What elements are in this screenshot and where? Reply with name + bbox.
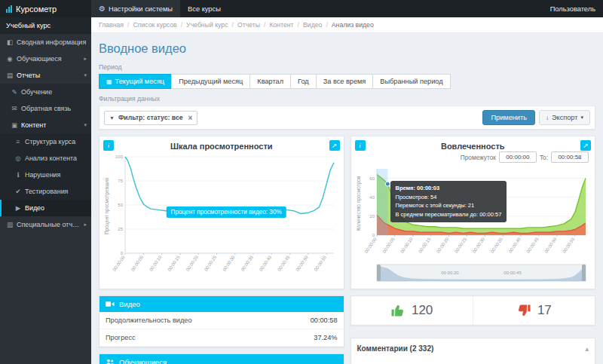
range-to-input[interactable]	[551, 151, 589, 163]
comments-title: Комментарии (2 332)	[357, 344, 434, 353]
duration-value: 00:00:58	[311, 317, 338, 324]
progress-value: 37.24%	[314, 334, 337, 341]
svg-text:00:00:35: 00:00:35	[489, 237, 504, 254]
tab-custom-period[interactable]: Выбранный период	[372, 74, 450, 89]
svg-text:00:00:30: 00:00:30	[471, 237, 485, 254]
topnav-all-courses[interactable]: Все курсы	[180, 0, 228, 17]
breadcrumb-item[interactable]: Учебный курс	[181, 21, 228, 29]
sidebar-item-content[interactable]: ▣ Контент ▾	[0, 117, 91, 133]
sidebar-item-course-structure[interactable]: ≡ Структура курса	[0, 133, 91, 150]
viewscale-y-axis-label: Процент просмотревших	[104, 160, 109, 252]
engagement-chart[interactable]: Количество просмотров Время: 00:00:03 Пр…	[356, 164, 591, 261]
svg-text:00:00:35: 00:00:35	[240, 255, 255, 272]
brand-name: Курсометр	[16, 5, 57, 14]
download-icon: ↓	[546, 115, 549, 121]
chevron-right-icon: ▸	[84, 222, 87, 228]
likes-count: 120	[412, 303, 433, 318]
sidebar-content-submenu: ≡ Структура курса ◎ Анализ контента ℹ На…	[0, 133, 91, 216]
sidebar-item-label: Анализ контента	[25, 154, 87, 162]
sidebar-item-label: Обратная связь	[21, 105, 87, 112]
chevron-up-icon[interactable]: ▴	[585, 345, 589, 353]
sidebar-reports-submenu: ✎ Обучение ✉ Обратная связь ▣ Контент ▾ …	[0, 84, 91, 216]
expand-icon[interactable]: ↗	[329, 140, 340, 151]
svg-text:00:00:20: 00:00:20	[436, 237, 450, 254]
export-label: Экспорт	[552, 114, 578, 121]
sidebar-item-special-reports[interactable]: ▥ Специальные отчеты ▸	[0, 216, 91, 233]
tab-quarter[interactable]: Квартал	[249, 74, 291, 89]
likes-down[interactable]: 17	[473, 296, 595, 325]
video-icon: ▶	[14, 204, 22, 212]
sidebar-item-label: Специальные отчеты	[17, 221, 81, 228]
topnav-system-settings[interactable]: ⚙ Настройки системы	[91, 0, 180, 17]
sidebar-item-label: Обучающиеся	[17, 55, 81, 63]
brand[interactable]: Курсометр	[0, 0, 91, 17]
time-range-brush[interactable]: 00:00:2000:00:45	[356, 264, 591, 282]
breadcrumb-item[interactable]: Главная	[99, 21, 124, 29]
info-icon[interactable]: i	[103, 140, 114, 151]
sidebar-item-training[interactable]: ✎ Обучение	[0, 84, 91, 100]
sidebar-item-content-analysis[interactable]: ◎ Анализ контента	[0, 150, 91, 167]
likes-up[interactable]: 120	[351, 296, 473, 325]
svg-text:00:00:45: 00:00:45	[525, 237, 540, 254]
sidebar-item-students[interactable]: ◉ Обучающиеся ▸	[0, 50, 91, 67]
user-menu[interactable]: Пользователь	[543, 0, 603, 17]
panels-row: i ↗ Шкала просмотренности Процент просмо…	[99, 136, 595, 364]
svg-text:00:00:05: 00:00:05	[130, 255, 145, 272]
svg-text:100: 100	[115, 154, 124, 159]
sidebar-item-summary[interactable]: ◧ Сводная информация	[0, 34, 91, 50]
svg-text:00:00:00: 00:00:00	[112, 255, 127, 272]
tab-all-time[interactable]: За все время	[316, 74, 374, 89]
engagement-panel: i ↗ Вовлеченность Промежуток To: Количес…	[350, 136, 596, 289]
tooltip-average: В среднем пересматривали до: 00:00:57	[396, 210, 502, 219]
svg-text:40: 40	[369, 195, 375, 200]
chevron-right-icon: ▸	[84, 56, 87, 62]
sidebar-item-violations[interactable]: ℹ Нарушения	[0, 167, 91, 183]
breadcrumb-item[interactable]: Видео	[298, 21, 323, 29]
breadcrumb: Главная Список курсов Учебный курс Отчет…	[91, 17, 603, 33]
svg-text:00:00:10: 00:00:10	[399, 237, 414, 254]
svg-text:00:00:45: 00:00:45	[277, 255, 291, 272]
right-column: i ↗ Вовлеченность Промежуток To: Количес…	[350, 136, 596, 364]
tab-current-month[interactable]: ▦ Текущий месяц	[99, 74, 172, 89]
period-tabs: ▦ Текущий месяц Предыдущий месяц Квартал…	[99, 74, 595, 89]
video-info-panel: Видео Продолжительность видео 00:00:58 П…	[99, 295, 344, 347]
sidebar-item-reports[interactable]: ▤ Отчеты ▾	[0, 67, 91, 84]
filter-actions: Применить ↓ Экспорт ▾	[482, 110, 590, 125]
tab-label: Текущий месяц	[115, 78, 165, 85]
tab-previous-month[interactable]: Предыдущий месяц	[171, 74, 250, 89]
sidebar-item-feedback[interactable]: ✉ Обратная связь	[0, 100, 91, 117]
sidebar-item-testing[interactable]: ✔ Тестирования	[0, 183, 91, 200]
engagement-range-controls: Промежуток To:	[356, 151, 591, 163]
viewscale-chart[interactable]: Процент просмотревших Процент просмотрен…	[104, 152, 339, 286]
tab-label: Выбранный период	[380, 78, 442, 85]
close-icon[interactable]: ×	[188, 114, 193, 122]
breadcrumb-item[interactable]: Список курсов	[127, 21, 177, 29]
tooltip-rewinds: Перемоток с этой секунды: 21	[396, 201, 502, 210]
reports-icon: ▤	[6, 72, 14, 79]
page-title: Вводное видео	[99, 41, 595, 56]
range-from-input[interactable]	[499, 151, 537, 163]
check-icon: ✔	[14, 188, 22, 195]
left-column: i ↗ Шкала просмотренности Процент просмо…	[99, 136, 344, 364]
tab-label: Квартал	[257, 78, 283, 85]
expand-icon[interactable]: ↗	[580, 140, 591, 151]
users-icon: ◉	[6, 55, 14, 63]
filter-chip[interactable]: ▼ Фильтр: статус: все ×	[104, 111, 197, 125]
search-icon: ◎	[14, 154, 22, 162]
breadcrumb-item[interactable]: Отчеты	[232, 21, 260, 29]
viewscale-title: Шкала просмотренности	[104, 142, 339, 151]
comments-header: Комментарии (2 332) ▴	[351, 338, 595, 359]
percent-watched-badge: Процент просмотренности видео: 30%	[167, 206, 286, 218]
tooltip-views: Просмотров: 54	[396, 193, 502, 202]
app-window: Курсометр ⚙ Настройки системы Все курсы …	[0, 0, 603, 364]
info-circle-icon: ℹ	[14, 171, 22, 179]
tab-year[interactable]: Год	[290, 74, 317, 89]
sidebar-item-video[interactable]: ▶ Видео	[0, 200, 91, 216]
info-icon[interactable]: i	[355, 140, 366, 151]
export-button[interactable]: ↓ Экспорт ▾	[539, 110, 590, 125]
apply-button[interactable]: Применить	[482, 110, 534, 125]
sidebar-item-label: Видео	[25, 204, 87, 212]
thumbs-down-icon	[516, 303, 531, 318]
breadcrumb-item[interactable]: Контент	[264, 21, 294, 29]
svg-text:00:00:50: 00:00:50	[295, 255, 309, 272]
